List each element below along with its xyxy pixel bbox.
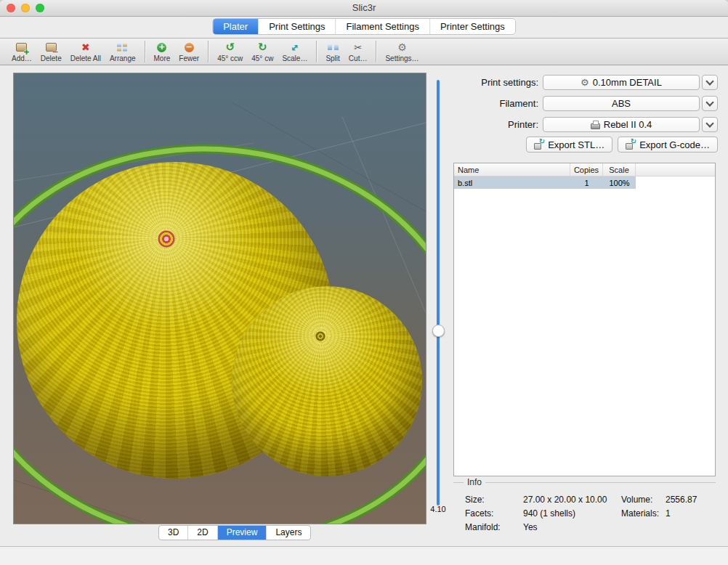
model-small-dome[interactable]	[232, 286, 422, 476]
view-tab-layers[interactable]: Layers	[266, 526, 310, 540]
printer-label: Printer:	[453, 119, 543, 130]
toolbar-separator	[145, 41, 145, 62]
tab-filament-settings[interactable]: Filament Settings	[335, 19, 429, 34]
settings-icon	[397, 41, 407, 54]
settings-button[interactable]: Settings…	[381, 39, 423, 64]
printer-row: Printer: Rebel II 0.4	[453, 116, 718, 133]
zoom-icon[interactable]	[36, 4, 44, 12]
filament-dropdown-button[interactable]	[702, 96, 718, 111]
table-header: Name Copies Scale	[454, 163, 715, 176]
column-header-copies[interactable]: Copies	[570, 163, 603, 176]
filament-combo[interactable]: ABS	[543, 96, 700, 111]
rotate-ccw-button[interactable]: 45° ccw	[213, 39, 247, 64]
rotate-ccw-icon	[225, 41, 235, 54]
size-value: 27.00 x 20.00 x 10.00	[523, 495, 607, 505]
traffic-lights	[7, 4, 44, 12]
view-tab-preview[interactable]: Preview	[217, 526, 267, 540]
toolbar-separator	[208, 41, 209, 62]
column-header-name[interactable]: Name	[454, 163, 570, 176]
delete-all-label: Delete All	[70, 54, 101, 62]
facets-value: 940 (1 shells)	[523, 508, 575, 519]
more-icon	[157, 41, 166, 54]
model-small-apex-rings	[314, 330, 327, 343]
cut-button[interactable]: Cut…	[344, 39, 372, 64]
filament-row: Filament: ABS	[453, 95, 718, 112]
delete-all-icon	[81, 41, 90, 54]
export-gcode-icon	[626, 140, 636, 150]
scale-icon	[291, 41, 299, 54]
cut-icon	[354, 41, 362, 54]
delete-button[interactable]: Delete	[36, 39, 66, 64]
scale-button[interactable]: Scale…	[278, 39, 312, 64]
printer-value: Rebel II 0.4	[604, 119, 652, 130]
rotate-cw-label: 45° cw	[251, 54, 273, 62]
split-button[interactable]: Split	[321, 39, 344, 64]
chevron-down-icon	[705, 98, 713, 106]
fewer-icon	[185, 41, 194, 54]
layer-slider-value: 4.10	[425, 505, 451, 513]
titlebar: Slic3r	[0, 0, 728, 17]
export-stl-button[interactable]: Export STL…	[526, 137, 612, 153]
window-bottom-strip	[0, 546, 728, 565]
info-panel-title: Info	[464, 477, 485, 487]
materials-label: Materials:	[621, 508, 659, 519]
column-header-scale[interactable]: Scale	[603, 163, 636, 176]
export-stl-icon	[534, 140, 544, 150]
manifold-value: Yes	[523, 522, 538, 532]
table-row[interactable]: b.stl 1 100%	[454, 176, 636, 189]
arrange-label: Arrange	[110, 54, 136, 62]
column-header-spacer	[636, 163, 715, 176]
model-large-apex-rings	[154, 227, 179, 251]
rotate-cw-button[interactable]: 45° cw	[247, 39, 278, 64]
arrange-button[interactable]: Arrange	[105, 39, 140, 64]
printer-dropdown-button[interactable]	[702, 117, 718, 132]
delete-icon	[46, 41, 57, 54]
tab-print-settings[interactable]: Print Settings	[258, 19, 335, 34]
cell-copies: 1	[570, 176, 603, 189]
chevron-down-icon	[705, 119, 713, 127]
minimize-icon[interactable]	[21, 4, 30, 12]
manifold-label: Manifold:	[465, 522, 501, 532]
volume-label: Volume:	[621, 495, 652, 505]
view-tab-3d[interactable]: 3D	[159, 526, 187, 540]
window-title: Slic3r	[0, 0, 728, 16]
print-settings-value: 0.10mm DETAIL	[593, 77, 662, 88]
split-icon	[328, 41, 339, 54]
more-label: More	[154, 54, 171, 62]
print-settings-row: Print settings: 0.10mm DETAIL	[453, 74, 718, 91]
add-button[interactable]: Add…	[7, 39, 36, 64]
tab-plater[interactable]: Plater	[213, 19, 258, 34]
layer-slider-thumb[interactable]	[432, 325, 445, 337]
export-stl-label: Export STL…	[548, 139, 604, 150]
rotate-ccw-label: 45° ccw	[217, 54, 243, 62]
tab-printer-settings[interactable]: Printer Settings	[429, 19, 515, 34]
viewport-3d-preview[interactable]	[13, 73, 426, 524]
materials-value: 1	[666, 508, 671, 519]
delete-all-button[interactable]: Delete All	[66, 39, 105, 64]
filament-label: Filament:	[453, 98, 543, 109]
more-button[interactable]: More	[150, 39, 175, 64]
print-settings-dropdown-button[interactable]	[702, 75, 718, 90]
rotate-cw-icon	[258, 41, 267, 54]
cell-name: b.stl	[454, 176, 570, 189]
close-icon[interactable]	[7, 4, 15, 12]
toolbar-separator	[316, 41, 317, 62]
fewer-button[interactable]: Fewer	[174, 39, 203, 64]
layer-slider-track[interactable]	[437, 80, 440, 505]
split-label: Split	[325, 54, 339, 62]
print-settings-combo[interactable]: 0.10mm DETAIL	[543, 75, 700, 90]
settings-label: Settings…	[385, 54, 418, 62]
size-label: Size:	[465, 495, 485, 505]
info-panel: Info Size: 27.00 x 20.00 x 10.00 Volume:…	[453, 482, 716, 542]
chevron-down-icon	[705, 77, 713, 85]
export-gcode-label: Export G-code…	[639, 139, 710, 150]
view-tab-2d[interactable]: 2D	[187, 526, 217, 540]
printer-combo[interactable]: Rebel II 0.4	[543, 117, 700, 132]
facets-label: Facets:	[465, 508, 493, 519]
object-list-table: Name Copies Scale b.stl 1 100%	[453, 163, 716, 476]
export-gcode-button[interactable]: Export G-code…	[618, 137, 718, 153]
scale-label: Scale…	[282, 54, 307, 62]
cut-label: Cut…	[349, 54, 368, 62]
printer-icon	[591, 121, 600, 129]
slic3r-window: Slic3r Plater Print Settings Filament Se…	[0, 0, 728, 565]
